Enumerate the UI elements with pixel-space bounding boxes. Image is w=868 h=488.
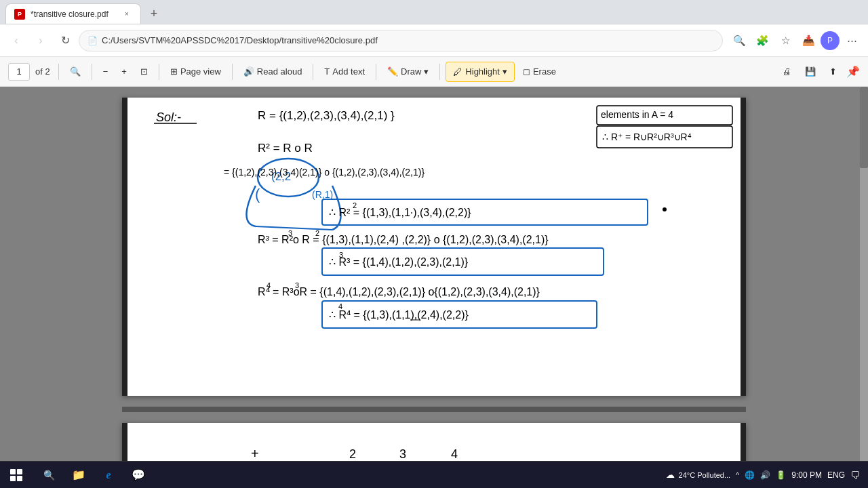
draw-button[interactable]: ✏️ Draw ▾ [382, 62, 434, 82]
svg-text:R³ = R²o R  = {(1,3),(1,1),(2,: R³ = R²o R = {(1,3),(1,1),(2,4) ,(2,2)} … [258, 234, 549, 245]
weather-icon: ☁ [666, 470, 675, 480]
notifications-button[interactable]: 🗨 [850, 470, 860, 481]
svg-text:3: 3 [288, 229, 292, 237]
add-text-button[interactable]: T Add text [319, 62, 370, 82]
taskbar: 🔍 📁 e 💬 ☁ 24°C Polluted... ^ 🌐 🔊 🔋 9:00 … [0, 461, 868, 488]
divider-5 [313, 64, 313, 80]
taskbar-system-tray: ☁ 24°C Polluted... ^ 🌐 🔊 🔋 9:00 PM ENG 🗨 [658, 470, 868, 481]
svg-text:(: ( [255, 186, 260, 203]
svg-text:= {(1,2),(2,3),(3,4)(2,1)} o {: = {(1,2),(2,3),(3,4)(2,1)} o {(1,2),(2,3… [224, 167, 425, 178]
address-bar-input[interactable]: 📄 C:/Users/SVTM%20APSSDC%2017/Desktop/tr… [79, 30, 723, 52]
svg-text:3: 3 [295, 281, 299, 289]
browser-toolbar-right: 🔍 🧩 ☆ 📥 P ⋯ [728, 30, 863, 52]
zoom-out-button[interactable]: − [98, 62, 114, 82]
active-tab[interactable]: P *transitive closure.pdf × [5, 3, 141, 24]
draw-icon: ✏️ [387, 66, 398, 77]
taskbar-app3[interactable]: 💬 [125, 462, 152, 489]
language-indicator[interactable]: ENG [827, 470, 845, 480]
zoom-search-button[interactable]: 🔍 [64, 62, 86, 82]
new-tab-button[interactable]: + [144, 3, 164, 24]
svg-text:2: 2 [353, 201, 357, 209]
app3-icon: 💬 [132, 468, 145, 481]
svg-text:R⁴ = R³oR = {(1,4),(1,2),(2,3): R⁴ = R³oR = {(1,4),(1,2),(2,3),(2,1)} o{… [258, 286, 540, 298]
share-button[interactable]: ⬆ [824, 62, 842, 82]
erase-button[interactable]: ◻ Erase [517, 62, 561, 82]
pdf-content-area: Sol:- R = {(1,2),(2,3),(3,4),(2,1) } ele… [0, 87, 868, 461]
page-view-icon: ⊞ [170, 66, 178, 77]
taskbar-pinned-items: 🔍 📁 e 💬 [33, 462, 155, 489]
taskbar-search[interactable]: 🔍 [35, 462, 62, 489]
favorites-button[interactable]: ☆ [774, 30, 796, 52]
pin-button[interactable]: 📌 [846, 65, 860, 78]
divider-1 [58, 64, 59, 80]
svg-text:elements in A = 4: elements in A = 4 [601, 109, 673, 120]
forward-button[interactable]: › [30, 30, 52, 52]
svg-text:R² = R o R: R² = R o R [258, 142, 313, 155]
read-aloud-label: Read aloud [257, 66, 302, 77]
extensions-button[interactable]: 🧩 [751, 30, 773, 52]
pdf-toolbar: of 2 🔍 − + ⊡ ⊞ Page view 🔊 Read aloud T … [0, 57, 868, 87]
back-button[interactable]: ‹ [5, 30, 27, 52]
taskbar-file-explorer[interactable]: 📁 [65, 462, 92, 489]
page-view-button[interactable]: ⊞ Page view [165, 62, 226, 82]
draw-dropdown-icon: ▾ [424, 66, 429, 77]
svg-text:∴ R³ = {(1,4),(1,2),(2,3),(2,1: ∴ R³ = {(1,4),(1,2),(2,3),(2,1)} [329, 256, 469, 268]
windows-icon [10, 469, 22, 481]
clock[interactable]: 9:00 PM [791, 470, 822, 480]
profile-button[interactable]: P [821, 31, 840, 50]
time-text: 9:00 PM [791, 470, 822, 480]
pdf-page-2: ∴ R + = R∪R 2 ∪R 3 ∪R 4 [122, 423, 746, 461]
file-explorer-icon: 📁 [72, 468, 85, 481]
svg-text:3: 3 [339, 251, 343, 259]
page-number-input[interactable] [8, 63, 30, 81]
start-button[interactable] [0, 462, 33, 489]
url-text: C:/Users/SVTM%20APSSDC%2017/Desktop/tran… [102, 35, 714, 45]
add-text-label: Add text [332, 66, 365, 77]
tab-label: *transitive closure.pdf [31, 9, 116, 19]
divider-3 [159, 64, 159, 80]
page-total: of 2 [35, 66, 50, 77]
add-text-icon: T [324, 66, 330, 77]
svg-text:2: 2 [315, 229, 319, 237]
collections-button[interactable]: 📥 [797, 30, 819, 52]
address-bar: ‹ › ↻ 📄 C:/Users/SVTM%20APSSDC%2017/Desk… [0, 24, 868, 57]
weather-text: 24°C Polluted... [679, 471, 731, 479]
zoom-in-icon: + [121, 66, 127, 77]
zoom-in-button[interactable]: + [116, 62, 132, 82]
tab-close-button[interactable]: × [121, 9, 132, 20]
zoom-out-icon: − [103, 66, 108, 77]
read-aloud-button[interactable]: 🔊 Read aloud [238, 62, 308, 82]
svg-text:3: 3 [399, 447, 406, 461]
file-icon: 📄 [87, 36, 98, 45]
draw-label: Draw [401, 66, 421, 77]
tab-bar: P *transitive closure.pdf × + [0, 0, 868, 24]
svg-text:2: 2 [349, 447, 356, 461]
svg-text:Sol:-: Sol:- [156, 110, 181, 124]
svg-text:4: 4 [267, 281, 271, 289]
read-aloud-icon: 🔊 [243, 66, 254, 77]
divider-6 [376, 64, 376, 80]
fit-page-button[interactable]: ⊡ [135, 62, 153, 82]
save-button[interactable]: 💾 [800, 62, 821, 82]
zoom-button[interactable]: 🔍 [728, 30, 750, 52]
svg-point-17 [663, 207, 667, 211]
vertical-scrollbar[interactable] [860, 87, 868, 461]
print-button[interactable]: 🖨 [777, 62, 797, 82]
browser-window: P *transitive closure.pdf × + ‹ › ↻ 📄 C:… [0, 0, 868, 461]
highlight-button[interactable]: 🖊 Highlight ▾ [446, 62, 515, 82]
pdf-pages-container: Sol:- R = {(1,2),(2,3),(3,4),(2,1) } ele… [0, 87, 868, 461]
page1-content: Sol:- R = {(1,2),(2,3),(3,4),(2,1) } ele… [122, 98, 746, 396]
svg-line-13 [256, 226, 332, 230]
divider-4 [232, 64, 233, 80]
svg-text:∴ R⁴ = {(1,3),(1,1),(2,4),(2,2: ∴ R⁴ = {(1,3),(1,1),(2,4),(2,2)} [329, 309, 469, 321]
svg-text:R = {(1,2),(2,3),(3,4),(2,1) }: R = {(1,2),(2,3),(3,4),(2,1) } [258, 109, 395, 122]
scrollbar-thumb[interactable] [860, 87, 868, 168]
svg-text:(R,1): (R,1) [312, 189, 333, 200]
taskbar-edge[interactable]: e [95, 462, 122, 489]
tray-expand[interactable]: ^ [736, 471, 739, 479]
erase-label: Erase [533, 66, 556, 77]
refresh-button[interactable]: ↻ [54, 30, 76, 52]
volume-icon: 🔊 [760, 470, 770, 480]
more-button[interactable]: ⋯ [841, 30, 863, 52]
fit-icon: ⊡ [140, 66, 148, 77]
